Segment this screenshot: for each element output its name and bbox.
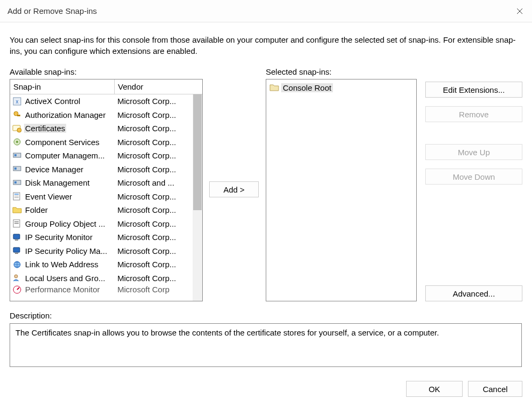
description-text: The Certificates snap-in allows you to b…	[15, 328, 439, 337]
available-row[interactable]: Local Users and Gro...Microsoft Corp...	[10, 272, 202, 285]
titlebar: Add or Remove Snap-ins	[0, 0, 532, 22]
svg-rect-19	[14, 221, 19, 222]
svg-rect-24	[15, 253, 18, 254]
folder-icon	[12, 205, 22, 215]
certificates-icon	[12, 124, 22, 133]
available-label: Available snap-ins:	[10, 67, 77, 76]
selected-snapins-tree[interactable]: Console Root	[266, 79, 417, 301]
svg-rect-13	[14, 181, 17, 183]
authz-icon	[12, 110, 22, 119]
event-viewer-icon	[12, 191, 22, 201]
svg-point-26	[14, 275, 18, 278]
window-title: Add or Remove Snap-ins	[7, 6, 97, 15]
available-row[interactable]: Link to Web AddressMicrosoft Corp...	[10, 258, 202, 272]
remove-button[interactable]: Remove	[425, 106, 522, 122]
advanced-button[interactable]: Advanced...	[425, 285, 522, 301]
perfmon-icon	[12, 285, 22, 294]
available-row[interactable]: Event ViewerMicrosoft Corp...	[10, 190, 202, 204]
snapin-vendor: Microsoft Corp...	[115, 233, 181, 242]
snapin-vendor: Microsoft Corp...	[115, 260, 181, 269]
svg-rect-20	[14, 223, 19, 224]
add-button[interactable]: Add >	[209, 181, 259, 197]
snapin-name: Local Users and Gro...	[24, 274, 106, 283]
close-button[interactable]	[507, 0, 532, 22]
svg-rect-16	[14, 196, 19, 196]
snapin-name: ActiveX Control	[24, 97, 81, 106]
computer-mgmt-icon	[12, 151, 22, 161]
snapin-vendor: Microsoft Corp...	[115, 151, 181, 160]
snapin-vendor: Microsoft Corp...	[115, 219, 181, 228]
svg-rect-22	[15, 240, 18, 241]
snapin-vendor: Microsoft Corp...	[115, 165, 181, 174]
snapin-vendor: Microsoft Corp...	[115, 192, 181, 201]
tree-root-label: Console Root	[281, 83, 333, 92]
weblink-icon	[12, 260, 22, 269]
snapin-vendor: Microsoft Corp...	[115, 97, 181, 106]
snapin-name: Performance Monitor	[24, 285, 101, 294]
available-row[interactable]: IP Security MonitorMicrosoft Corp...	[10, 230, 202, 244]
snapin-name: Computer Managem...	[24, 151, 106, 160]
available-row[interactable]: xActiveX ControlMicrosoft Corp...	[10, 94, 202, 108]
available-snapins-list[interactable]: Snap-in Vendor xActiveX ControlMicrosoft…	[10, 79, 203, 301]
available-row[interactable]: Component ServicesMicrosoft Corp...	[10, 135, 202, 149]
svg-point-7	[16, 141, 18, 143]
device-mgr-icon	[12, 164, 22, 174]
edit-extensions-button[interactable]: Edit Extensions...	[425, 82, 522, 98]
ok-button[interactable]: OK	[406, 381, 463, 397]
available-row[interactable]: CertificatesMicrosoft Corp...	[10, 122, 202, 135]
col-header-vendor[interactable]: Vendor	[115, 79, 192, 94]
svg-rect-3	[17, 115, 20, 116]
available-row[interactable]: FolderMicrosoft Corp...	[10, 203, 202, 217]
snapin-name: Disk Management	[24, 178, 91, 187]
gpo-icon	[12, 219, 22, 228]
activex-icon: x	[12, 97, 22, 106]
available-row[interactable]: Disk ManagementMicrosoft and ...	[10, 176, 202, 190]
snapin-name: Folder	[24, 205, 49, 214]
snapin-name: Component Services	[24, 138, 100, 147]
snapin-vendor: Microsoft Corp	[115, 285, 181, 294]
snapin-vendor: Microsoft and ...	[115, 178, 181, 187]
move-up-button[interactable]: Move Up	[425, 144, 522, 160]
ipsec-policy-icon	[12, 246, 22, 256]
ipsec-monitor-icon	[12, 233, 22, 242]
snapin-vendor: Microsoft Corp...	[115, 110, 181, 119]
svg-rect-11	[14, 167, 17, 170]
available-row[interactable]: Device ManagerMicrosoft Corp...	[10, 163, 202, 177]
snapin-name: Authorization Manager	[24, 110, 107, 119]
svg-rect-9	[14, 154, 17, 156]
available-list-body: xActiveX ControlMicrosoft Corp...Authori…	[10, 94, 202, 301]
description-label: Description:	[10, 311, 52, 320]
snapin-name: Device Manager	[24, 165, 84, 174]
available-row[interactable]: Authorization ManagerMicrosoft Corp...	[10, 108, 202, 122]
svg-text:x: x	[16, 99, 19, 105]
snapin-vendor: Microsoft Corp...	[115, 138, 181, 147]
snapin-vendor: Microsoft Corp...	[115, 124, 181, 133]
available-row[interactable]: Computer Managem...Microsoft Corp...	[10, 149, 202, 163]
disk-mgmt-icon	[12, 178, 22, 188]
close-icon	[517, 8, 523, 14]
available-row[interactable]: Performance MonitorMicrosoft Corp	[10, 285, 202, 294]
snapin-vendor: Microsoft Corp...	[115, 246, 181, 256]
svg-rect-15	[14, 194, 19, 195]
snapin-vendor: Microsoft Corp...	[115, 205, 181, 214]
local-users-icon	[12, 273, 22, 283]
move-down-button[interactable]: Move Down	[425, 169, 522, 185]
available-list-header: Snap-in Vendor	[10, 79, 202, 94]
snapin-name: IP Security Monitor	[24, 233, 93, 242]
available-scrollbar[interactable]	[193, 94, 202, 301]
svg-point-5	[17, 128, 21, 132]
console-folder-icon	[269, 83, 279, 92]
component-icon	[12, 137, 22, 147]
snapin-name: Certificates	[24, 124, 66, 133]
svg-rect-21	[13, 234, 20, 239]
cancel-button[interactable]: Cancel	[468, 381, 522, 397]
available-row[interactable]: Group Policy Object ...Microsoft Corp...	[10, 217, 202, 231]
snapin-name: IP Security Policy Ma...	[24, 246, 108, 256]
selected-label: Selected snap-ins:	[266, 67, 331, 76]
snapin-vendor: Microsoft Corp...	[115, 274, 181, 283]
scrollbar-thumb[interactable]	[193, 94, 202, 210]
available-row[interactable]: IP Security Policy Ma...Microsoft Corp..…	[10, 244, 202, 258]
svg-rect-17	[14, 197, 19, 198]
col-header-snapin[interactable]: Snap-in	[10, 79, 115, 94]
tree-root-row[interactable]: Console Root	[269, 82, 413, 93]
